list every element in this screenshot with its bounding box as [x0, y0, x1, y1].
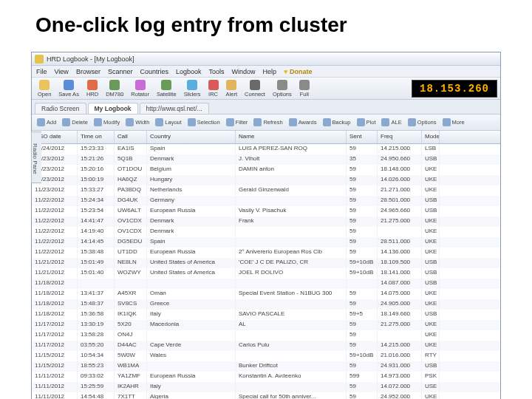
table-row[interactable]: 11/18/201213:41:37A45XROmanSpecial Event… — [32, 289, 500, 299]
cell: USB — [422, 268, 440, 279]
table-row[interactable]: 11/17/201203:55:20D44ACCape VerdeCarlos … — [32, 341, 500, 351]
toolbtn-irc[interactable]: IRC — [205, 79, 222, 98]
col-mode[interactable]: Mode — [422, 131, 440, 143]
toolbtn-satellite[interactable]: Satellite — [154, 79, 180, 98]
logbtn-more[interactable]: More — [440, 117, 467, 127]
table-row[interactable]: 11/15/201218:55:23WB1MABunker Driftcot59… — [32, 361, 500, 372]
cell: 15:20:16 — [78, 165, 115, 175]
menu-view[interactable]: View — [55, 68, 69, 75]
logbtn-awards[interactable]: Awards — [287, 117, 319, 127]
cell: 14.973.000 — [378, 372, 422, 382]
tab-strip: Radio ScreenMy Logbookhttp://www.qsl.net… — [32, 100, 500, 115]
toolbtn-rotator[interactable]: Rotator — [128, 79, 152, 98]
menu-logbook[interactable]: Logbook — [176, 68, 202, 75]
table-row[interactable]: 11/15/201210:54:345W0WWales59+10dB21.016… — [32, 351, 500, 361]
cell: JOEL R DOLIVO — [236, 268, 347, 279]
table-row[interactable]: 11/17/201213:58:28ON4J59UKE — [32, 330, 500, 341]
logbtn-refresh[interactable]: Refresh — [251, 117, 284, 127]
table-row[interactable]: 11/22/201215:23:54UW6ALTEuropean RussiaV… — [32, 206, 500, 216]
connect-icon — [250, 80, 260, 90]
toolbtn-open[interactable]: Open — [35, 79, 54, 98]
table-row[interactable]: 11/11/201214:54:487X1TTAlgeriaSpecial ca… — [32, 392, 500, 399]
table-row[interactable]: 11/23/201215:33:27PA3BDQNetherlandsGeral… — [32, 185, 500, 196]
table-row[interactable]: 11/22/201215:38:48UT1DDEuropean Russia2°… — [32, 248, 500, 258]
tab-1[interactable]: My Logbook — [88, 103, 138, 114]
menu-tools[interactable]: Tools — [209, 68, 225, 75]
table-row[interactable]: 11/22/201214:14:45DG5EDUSpain5928.511.00… — [32, 237, 500, 248]
table-row[interactable]: 11/21/201215:01:40WOZWYUnited States of … — [32, 268, 500, 279]
toolbtn-sliders[interactable]: Sliders — [181, 79, 204, 98]
col-call[interactable]: Call — [115, 131, 147, 143]
logbtn-backup[interactable]: Backup — [321, 117, 353, 127]
alert-icon — [226, 80, 236, 90]
menu-browser[interactable]: Browser — [76, 68, 100, 75]
col-time-on[interactable]: Time on — [78, 131, 115, 143]
table-row[interactable]: 11/23/201215:00:19HA6QZHungary5914.026.0… — [32, 175, 500, 185]
toolbtn-hrd[interactable]: HRD — [83, 79, 101, 98]
logbtn-options[interactable]: Options — [406, 117, 439, 127]
toolbtn-full[interactable]: Full — [296, 79, 313, 98]
menu-help[interactable]: Help — [263, 68, 277, 75]
menu-donate[interactable]: Donate — [284, 68, 312, 75]
cell — [147, 330, 236, 341]
cell: European Russia — [147, 206, 236, 216]
cell: Netherlands — [147, 185, 236, 196]
logbtn-ale[interactable]: ALE — [379, 117, 403, 127]
menu-window[interactable]: Window — [232, 68, 256, 75]
logbtn-layout[interactable]: Layout — [153, 117, 184, 127]
logbtn-plot[interactable]: Plot — [355, 117, 378, 127]
logbtn-filter[interactable]: Filter — [224, 117, 250, 127]
cell: DAMIN anton — [236, 165, 347, 175]
menu-scanner[interactable]: Scanner — [108, 68, 133, 75]
cell: USE — [422, 382, 440, 392]
tab-2[interactable]: http://www.qsl.net/... — [140, 103, 209, 114]
toolbtn-dm780[interactable]: DM780 — [103, 79, 126, 98]
logbtn-selection[interactable]: Selection — [185, 117, 222, 127]
cell: Italy — [147, 310, 236, 320]
table-row[interactable]: 11/18/201214.087.000USB — [32, 279, 500, 289]
table-row[interactable]: 11/22/201214:19:40OV1CDXDenmark59UKE — [32, 227, 500, 237]
cell: 24.950.660 — [378, 154, 422, 165]
cell: Denmark — [147, 227, 236, 237]
cell — [236, 175, 347, 185]
logbtn-width[interactable]: Width — [123, 117, 151, 127]
table-row[interactable]: 11/17/201213:30:195X20MacedoniaAL5921.27… — [32, 320, 500, 330]
col-freq[interactable]: Freq — [378, 131, 422, 143]
table-row[interactable]: 11/11/201209:33:02YA1ZMFEuropean RussiaK… — [32, 372, 500, 382]
table-row[interactable]: 11/11/201215:25:59IK2AHRItaly5914.072.00… — [32, 382, 500, 392]
logbtn-modify[interactable]: Modify — [92, 117, 122, 127]
cell: 59 — [347, 227, 378, 237]
table-row[interactable]: 11/18/201215:48:37SV8CSGreece5924.905.00… — [32, 299, 500, 310]
col-country[interactable]: Country — [147, 131, 236, 143]
logbtn-add[interactable]: Add — [35, 117, 58, 127]
radio-pane-tab[interactable]: Radio Pane — [31, 132, 41, 183]
table-row[interactable]: 11/18/201215:36:58IK1IQKItalySAVIO PASCA… — [32, 310, 500, 320]
cell: 14.136.000 — [378, 248, 422, 258]
toolbtn-alert[interactable]: Alert — [223, 79, 240, 98]
toolbtn-save-as[interactable]: Save As — [55, 79, 82, 98]
cell — [236, 237, 347, 248]
col-sent[interactable]: Sent — [347, 131, 378, 143]
toolbtn-options[interactable]: Options — [270, 79, 295, 98]
table-row[interactable]: 11/24/201215:23:33EA1ISSpainLUIS A PEREZ… — [32, 144, 500, 154]
table-row[interactable]: 11/23/201215:21:265Q1BDenmarkJ. Viholt35… — [32, 154, 500, 165]
menu-file[interactable]: File — [36, 68, 47, 75]
col-name[interactable]: Name — [236, 131, 347, 143]
cell: PA3BDQ — [115, 185, 147, 196]
table-row[interactable]: 11/21/201215:01:49NE8LNUnited States of … — [32, 258, 500, 268]
tab-0[interactable]: Radio Screen — [35, 103, 86, 114]
logbtn-delete[interactable]: Delete — [60, 117, 90, 127]
app-window: HRD Logbook - [My Logbook] FileViewBrows… — [31, 52, 501, 399]
cell: 11/22/2012 — [32, 216, 78, 227]
cell: 14.215.000 — [378, 144, 422, 154]
cell: 10:54:34 — [78, 351, 115, 361]
cell — [236, 382, 347, 392]
delete-icon — [62, 118, 70, 126]
toolbtn-connect[interactable]: Connect — [242, 79, 268, 98]
table-row[interactable]: 11/22/201215:24:34DG4UKGermany5928.501.0… — [32, 196, 500, 206]
cell: 11/22/2012 — [32, 206, 78, 216]
table-row[interactable]: 11/23/201215:20:16OT1DOUBelgiumDAMIN ant… — [32, 165, 500, 175]
cell: Vasily V. Pisachuk — [236, 206, 347, 216]
menu-countries[interactable]: Countries — [140, 68, 168, 75]
table-row[interactable]: 11/22/201214:41:47OV1CDXDenmarkFrank5921… — [32, 216, 500, 227]
